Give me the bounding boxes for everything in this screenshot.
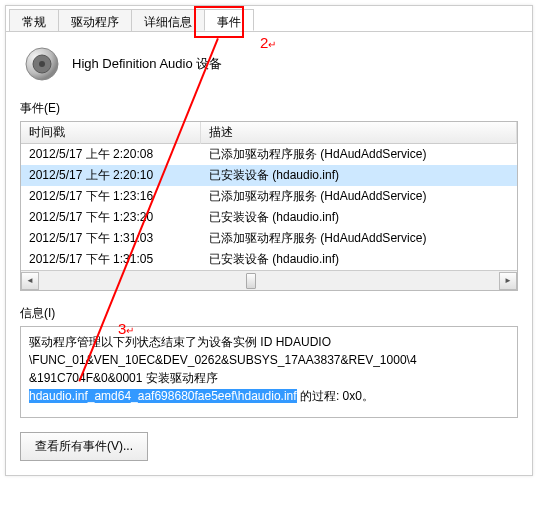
tab-events[interactable]: 事件 bbox=[204, 9, 254, 31]
device-name: High Definition Audio 设备 bbox=[72, 55, 222, 73]
device-header: High Definition Audio 设备 bbox=[20, 46, 518, 82]
table-row[interactable]: 2012/5/17 下午 1:31:05 已安装设备 (hdaudio.inf) bbox=[21, 249, 517, 270]
info-text: &191C704F&0&0001 安装驱动程序 bbox=[29, 371, 218, 385]
table-body[interactable]: 2012/5/17 上午 2:20:08 已添加驱动程序服务 (HdAudAdd… bbox=[21, 144, 517, 270]
scroll-right-button[interactable]: ► bbox=[499, 272, 517, 290]
cell-description: 已安装设备 (hdaudio.inf) bbox=[201, 165, 517, 186]
table-row[interactable]: 2012/5/17 下午 1:23:20 已安装设备 (hdaudio.inf) bbox=[21, 207, 517, 228]
info-label: 信息(I) bbox=[20, 305, 518, 322]
tab-strip: 常规 驱动程序 详细信息 事件 bbox=[6, 6, 532, 32]
cell-timestamp: 2012/5/17 上午 2:20:10 bbox=[21, 165, 201, 186]
svg-point-2 bbox=[39, 61, 45, 67]
table-row[interactable]: 2012/5/17 上午 2:20:08 已添加驱动程序服务 (HdAudAdd… bbox=[21, 144, 517, 165]
scroll-left-button[interactable]: ◄ bbox=[21, 272, 39, 290]
info-text: 驱动程序管理以下列状态结束了为设备实例 ID HDAUDIO bbox=[29, 335, 331, 349]
table-header: 时间戳 描述 bbox=[21, 122, 517, 144]
properties-dialog: 常规 驱动程序 详细信息 事件 2↵ bbox=[5, 5, 533, 476]
scroll-thumb[interactable] bbox=[246, 273, 256, 289]
cell-description: 已安装设备 (hdaudio.inf) bbox=[201, 249, 517, 270]
horizontal-scrollbar[interactable]: ◄ ► bbox=[21, 270, 517, 290]
table-row[interactable]: 2012/5/17 下午 1:31:03 已添加驱动程序服务 (HdAudAdd… bbox=[21, 228, 517, 249]
speaker-icon bbox=[24, 46, 60, 82]
cell-timestamp: 2012/5/17 下午 1:23:16 bbox=[21, 186, 201, 207]
view-all-events-button[interactable]: 查看所有事件(V)... bbox=[20, 432, 148, 461]
cell-description: 已添加驱动程序服务 (HdAudAddService) bbox=[201, 144, 517, 165]
tab-details[interactable]: 详细信息 bbox=[131, 9, 205, 31]
cell-timestamp: 2012/5/17 下午 1:23:20 bbox=[21, 207, 201, 228]
tab-general[interactable]: 常规 bbox=[9, 9, 59, 31]
column-timestamp[interactable]: 时间戳 bbox=[21, 121, 201, 144]
table-row[interactable]: 2012/5/17 下午 1:23:16 已添加驱动程序服务 (HdAudAdd… bbox=[21, 186, 517, 207]
info-text: 的过程: 0x0。 bbox=[297, 389, 374, 403]
events-table: 时间戳 描述 2012/5/17 上午 2:20:08 已添加驱动程序服务 (H… bbox=[20, 121, 518, 291]
tab-driver[interactable]: 驱动程序 bbox=[58, 9, 132, 31]
column-description[interactable]: 描述 bbox=[201, 121, 517, 144]
cell-description: 已添加驱动程序服务 (HdAudAddService) bbox=[201, 228, 517, 249]
info-highlight: hdaudio.inf_amd64_aaf698680fae5eef\hdaud… bbox=[29, 389, 297, 403]
table-row[interactable]: 2012/5/17 上午 2:20:10 已安装设备 (hdaudio.inf) bbox=[21, 165, 517, 186]
events-label: 事件(E) bbox=[20, 100, 518, 117]
cell-description: 已添加驱动程序服务 (HdAudAddService) bbox=[201, 186, 517, 207]
cell-description: 已安装设备 (hdaudio.inf) bbox=[201, 207, 517, 228]
cell-timestamp: 2012/5/17 下午 1:31:03 bbox=[21, 228, 201, 249]
scroll-track[interactable] bbox=[39, 272, 499, 290]
cell-timestamp: 2012/5/17 下午 1:31:05 bbox=[21, 249, 201, 270]
tab-body: High Definition Audio 设备 事件(E) 时间戳 描述 20… bbox=[6, 32, 532, 475]
